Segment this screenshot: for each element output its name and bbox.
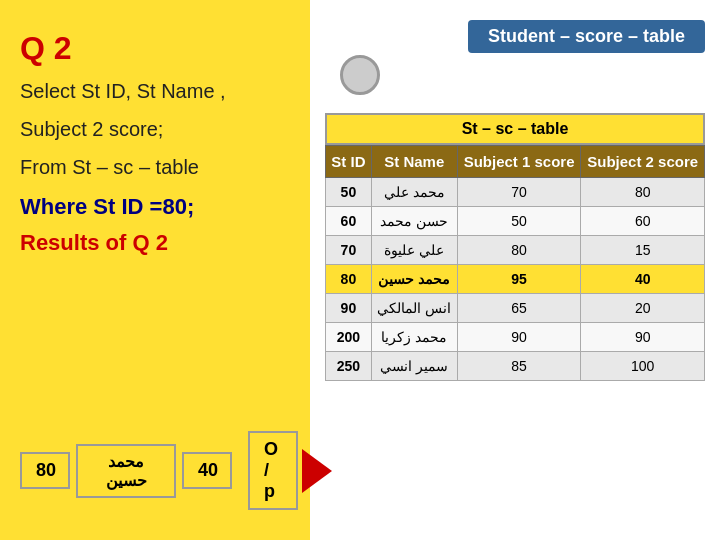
cell-sub2: 40: [581, 265, 705, 294]
cell-stname: حسن محمد: [371, 207, 457, 236]
cell-stid: 250: [326, 352, 372, 381]
cell-stname: علي عليوة: [371, 236, 457, 265]
cell-stname: سمير انسي: [371, 352, 457, 381]
result-row: 80 محمد حسين 40 O / p: [20, 431, 332, 510]
table-header-row: St ID St Name Subject 1 score Subject 2 …: [326, 146, 705, 178]
cell-sub1: 65: [457, 294, 581, 323]
cell-sub2: 90: [581, 323, 705, 352]
table-row: 250سمير انسي85100: [326, 352, 705, 381]
col-header-stid: St ID: [326, 146, 372, 178]
cell-stid: 50: [326, 178, 372, 207]
cell-sub1: 85: [457, 352, 581, 381]
cell-sub2: 60: [581, 207, 705, 236]
table-row: 90انس المالكي6520: [326, 294, 705, 323]
table-body: 50محمد علي708060حسن محمد506070علي عليوة8…: [326, 178, 705, 381]
cell-sub1: 80: [457, 236, 581, 265]
data-table: St ID St Name Subject 1 score Subject 2 …: [325, 145, 705, 381]
table-row: 60حسن محمد5060: [326, 207, 705, 236]
cell-sub2: 100: [581, 352, 705, 381]
table-subtitle: St – sc – table: [325, 113, 705, 145]
where-value: 80;: [162, 194, 194, 219]
table-row: 70علي عليوة8015: [326, 236, 705, 265]
cell-sub1: 95: [457, 265, 581, 294]
title-banner: Student – score – table: [468, 20, 705, 53]
cell-stid: 60: [326, 207, 372, 236]
cell-sub2: 20: [581, 294, 705, 323]
result-name: محمد حسين: [76, 444, 176, 498]
query-line4: Where St ID =80;: [20, 189, 290, 224]
table-row: 200محمد زكريا9090: [326, 323, 705, 352]
result-id: 80: [20, 452, 70, 489]
cell-stname: محمد حسين: [371, 265, 457, 294]
cell-stname: انس المالكي: [371, 294, 457, 323]
query-line3: From St – sc – table: [20, 151, 290, 183]
query-line1: Select St ID, St Name ,: [20, 75, 290, 107]
cell-sub1: 70: [457, 178, 581, 207]
result-score: 40: [182, 452, 232, 489]
cell-stid: 80: [326, 265, 372, 294]
cell-stid: 70: [326, 236, 372, 265]
cell-stid: 90: [326, 294, 372, 323]
slide: Q 2 Select St ID, St Name , Subject 2 sc…: [0, 0, 720, 540]
table-row: 50محمد علي7080: [326, 178, 705, 207]
cell-sub1: 50: [457, 207, 581, 236]
op-label: O / p: [248, 431, 298, 510]
table-row: 80محمد حسين9540: [326, 265, 705, 294]
cell-sub1: 90: [457, 323, 581, 352]
query-line2: Subject 2 score;: [20, 113, 290, 145]
decorative-circle: [340, 55, 380, 95]
cell-stname: محمد زكريا: [371, 323, 457, 352]
cell-sub2: 80: [581, 178, 705, 207]
where-clause: Where St ID =80;: [20, 194, 194, 219]
cell-stid: 200: [326, 323, 372, 352]
col-header-sub2: Subject 2 score: [581, 146, 705, 178]
left-panel: Q 2 Select St ID, St Name , Subject 2 sc…: [0, 0, 310, 540]
header-area: Student – score – table: [325, 20, 705, 63]
results-label: Results of Q 2: [20, 230, 290, 256]
cell-stname: محمد علي: [371, 178, 457, 207]
col-header-stname: St Name: [371, 146, 457, 178]
cell-sub2: 15: [581, 236, 705, 265]
q2-title: Q 2: [20, 30, 290, 67]
col-header-sub1: Subject 1 score: [457, 146, 581, 178]
table-wrapper: St – sc – table St ID St Name Subject 1 …: [325, 113, 705, 381]
